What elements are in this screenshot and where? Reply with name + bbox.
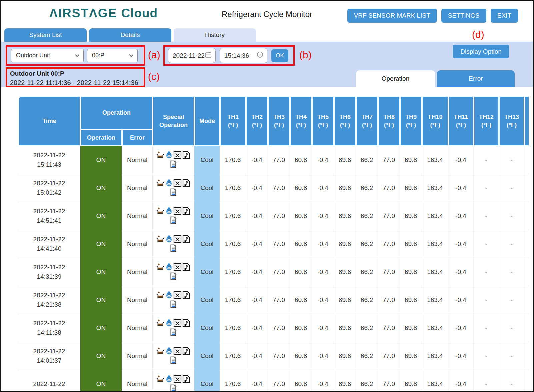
sensor-value-cell: -0.4 [246,202,268,230]
mode-cell: Cool [194,146,220,174]
sensor-value-cell: - [474,174,499,202]
display-option-button[interactable]: Display Option [453,45,509,58]
defrost-icon [165,347,173,355]
capacity-level-icon [169,160,177,169]
sensor-value-cell: 60.8 [290,342,312,370]
time-cell: 2022-11-22 14:21:38 [18,286,80,314]
unit-address-value: 00:P [92,52,104,59]
clipped-column-cell [524,258,529,286]
settings-button[interactable]: SETTINGS [441,9,486,23]
sensor-value-cell: 77.0 [268,314,290,342]
unit-type-select[interactable]: Outdoor Unit [11,49,84,62]
sensor-value-cell: 89.6 [334,202,356,230]
sensor-value-cell: 66.2 [356,230,378,258]
oil-recovery-icon [156,235,165,243]
sensor-value-cell: -0.4 [246,314,268,342]
annotation-box-c: Outdoor Unit 00:P 2022-11-22 11:14:36 - … [6,67,145,87]
sensor-value-cell: 69.8 [400,146,422,174]
sensor-value-cell: -0.4 [246,286,268,314]
capacity-level-icon [169,188,177,197]
sensor-value-cell: 170.6 [220,146,246,174]
exit-button[interactable]: EXIT [491,9,518,23]
special-operation-cell [153,286,194,314]
x-box-icon [173,263,182,271]
tab-system-list[interactable]: System List [4,28,87,42]
time-cell: 2022-11-22 [18,370,80,392]
sensor-value-cell: 170.6 [220,314,246,342]
special-operation-cell [153,230,194,258]
unit-address-select[interactable]: 00:P [87,49,138,62]
row-time: 15:01:42 [18,188,80,197]
sensor-value-cell: -0.4 [448,258,474,286]
sensor-value-cell: 163.4 [422,370,448,392]
sensor-value-cell: 66.2 [356,314,378,342]
x-box-icon [173,291,182,299]
subtab-error[interactable]: Error [437,70,515,87]
special-operation-cell [153,174,194,202]
error-status-cell: Normal [122,258,153,286]
error-status-cell: Normal [122,314,153,342]
mode-cell: Cool [194,370,220,392]
low-noise-icon [182,291,191,299]
annotation-b-label: (b) [299,49,312,61]
refrigerant-cycle-monitor-window: ΛIRSTΛGE Cloud Refrigerant Cycle Monitor… [0,0,534,392]
sensor-value-cell: - [499,146,524,174]
sensor-value-cell: 66.2 [356,286,378,314]
operation-status-cell: ON [80,202,122,230]
sensor-value-cell: -0.4 [312,314,334,342]
sensor-value-cell: 77.0 [378,202,400,230]
clock-icon [257,51,263,60]
sensor-value-cell: 163.4 [422,286,448,314]
mode-cell: Cool [194,342,220,370]
tab-history[interactable]: History [174,28,256,42]
history-table-container[interactable]: Time Operation Special Operation Mode TH… [18,96,530,392]
sensor-value-cell: 89.6 [334,370,356,392]
logo-airstage: ΛIRSTΛGE [49,6,117,20]
mode-cell: Cool [194,314,220,342]
sensor-value-cell: 77.0 [268,258,290,286]
tab-details[interactable]: Details [89,28,171,42]
sensor-value-cell: 170.6 [220,370,246,392]
time-cell: 2022-11-22 15:11:43 [18,146,80,174]
x-box-icon [173,151,182,159]
table-row: 2022-11-22 14:31:39 ON Normal [18,258,529,286]
special-operation-cell [153,314,194,342]
time-value: 15:14:36 [224,52,249,59]
sensor-value-cell: 69.8 [400,258,422,286]
chevron-down-icon [75,52,79,59]
history-table: Time Operation Special Operation Mode TH… [18,96,529,392]
sensor-value-cell: - [499,342,524,370]
time-cell: 2022-11-22 14:01:37 [18,342,80,370]
error-status-cell: Normal [122,230,153,258]
sensor-value-cell: 60.8 [290,230,312,258]
sensor-value-cell: 170.6 [220,174,246,202]
low-noise-icon [182,263,191,271]
low-noise-icon [182,207,191,215]
sensor-value-cell: 77.0 [268,286,290,314]
row-time: 14:31:39 [18,272,80,281]
sensor-value-cell: 163.4 [422,146,448,174]
oil-recovery-icon [156,319,165,327]
sensor-value-cell: 66.2 [356,146,378,174]
special-operation-cell [153,370,194,392]
row-time: 14:01:37 [18,356,80,365]
sensor-value-cell: 69.8 [400,174,422,202]
annotation-a-label: (a) [148,49,160,61]
sensor-value-cell: 77.0 [268,342,290,370]
sensor-value-cell: -0.4 [246,174,268,202]
col-header-th-sensor: TH9 (°F) [400,96,422,146]
subtab-operation[interactable]: Operation [356,70,435,87]
sensor-value-cell: 89.6 [334,146,356,174]
row-time: 14:21:38 [18,300,80,309]
sensor-value-cell: 163.4 [422,230,448,258]
row-date: 2022-11-22 [18,179,80,188]
ok-button[interactable]: OK [271,49,288,62]
sensor-value-cell: -0.4 [448,286,474,314]
defrost-icon [165,319,173,327]
oil-recovery-icon [156,291,165,299]
vrf-sensor-mark-list-button[interactable]: VRF SENSOR MARK LIST [347,9,437,23]
time-input[interactable]: 15:14:36 [220,48,267,63]
time-cell: 2022-11-22 14:31:39 [18,258,80,286]
operation-status-cell: ON [80,230,122,258]
date-input[interactable]: 2022-11-22 [168,48,216,63]
